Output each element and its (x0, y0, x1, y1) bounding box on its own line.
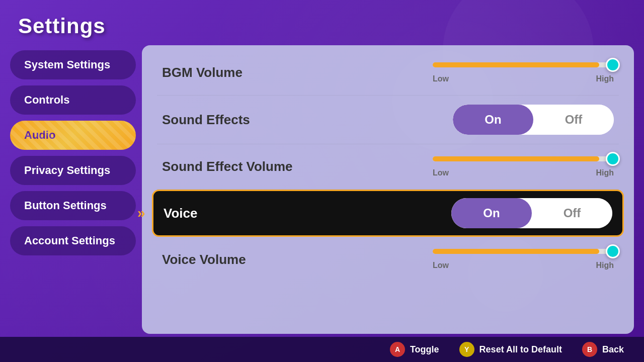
voice-slider-fill (433, 249, 599, 254)
sfx-low-label: Low (433, 168, 449, 177)
bgm-volume-slider[interactable]: Low High (433, 62, 614, 83)
sidebar-item-audio[interactable]: Audio (10, 121, 136, 150)
sidebar: System Settings Controls Audio Privacy S… (10, 50, 136, 255)
toggle-action: A Toggle (390, 342, 439, 357)
sound-effect-volume-row: Sound Effect Volume Low High (157, 144, 619, 190)
voice-volume-slider[interactable]: Low High (433, 249, 614, 270)
bgm-slider-track (433, 62, 614, 67)
sound-effects-off[interactable]: Off (533, 105, 614, 135)
voice-slider-labels: Low High (433, 261, 614, 270)
voice-toggle[interactable]: On Off (451, 198, 612, 228)
sidebar-item-account-settings[interactable]: Account Settings (10, 226, 136, 255)
b-button-letter: B (587, 345, 592, 353)
sound-effects-on[interactable]: On (453, 105, 533, 135)
bgm-volume-label: BGM Volume (162, 65, 243, 80)
back-label: Back (602, 344, 624, 355)
sidebar-item-system-settings[interactable]: System Settings (10, 50, 136, 79)
sfx-slider-track (433, 156, 614, 161)
sound-effects-toggle[interactable]: On Off (453, 105, 614, 135)
sfx-slider-thumb (606, 152, 620, 166)
sound-effect-volume-label: Sound Effect Volume (162, 159, 293, 174)
sound-effects-row: Sound Effects On Off (157, 96, 619, 144)
bgm-slider-fill (433, 62, 599, 67)
bgm-volume-row: BGM Volume Low High (157, 50, 619, 96)
sidebar-item-button-settings[interactable]: Button Settings (10, 191, 136, 220)
sound-effect-volume-slider[interactable]: Low High (433, 156, 614, 177)
sound-effects-label: Sound Effects (162, 112, 250, 128)
page-title: Settings (18, 14, 106, 38)
voice-row: Voice On Off (152, 190, 624, 237)
back-action: B Back (582, 342, 624, 357)
voice-volume-label: Voice Volume (162, 252, 246, 267)
reset-label: Reset All to Default (479, 344, 562, 355)
y-button-icon: Y (459, 342, 474, 357)
voice-label: Voice (164, 206, 197, 221)
bgm-slider-labels: Low High (433, 74, 614, 83)
sfx-slider-labels: Low High (433, 168, 614, 177)
y-button-letter: Y (464, 345, 469, 353)
b-button-icon: B (582, 342, 597, 357)
toggle-label: Toggle (410, 344, 439, 355)
voice-volume-row: Voice Volume Low High (157, 237, 619, 282)
bgm-slider-thumb (606, 58, 620, 72)
sfx-slider-fill (433, 156, 599, 161)
voice-slider-thumb (606, 244, 620, 258)
bgm-high-label: High (596, 74, 614, 83)
voice-on[interactable]: On (451, 198, 532, 228)
sfx-high-label: High (596, 168, 614, 177)
a-button-icon: A (390, 342, 405, 357)
voice-low-label: Low (433, 261, 449, 270)
main-panel: BGM Volume Low High Sound Effects On Off… (142, 45, 634, 334)
voice-off[interactable]: Off (532, 198, 612, 228)
voice-slider-track (433, 249, 614, 254)
bottom-bar: A Toggle Y Reset All to Default B Back (0, 337, 644, 362)
reset-action: Y Reset All to Default (459, 342, 562, 357)
sidebar-item-controls[interactable]: Controls (10, 85, 136, 115)
sidebar-item-privacy-settings[interactable]: Privacy Settings (10, 156, 136, 185)
a-button-letter: A (395, 345, 400, 353)
bgm-low-label: Low (433, 74, 449, 83)
voice-high-label: High (596, 261, 614, 270)
